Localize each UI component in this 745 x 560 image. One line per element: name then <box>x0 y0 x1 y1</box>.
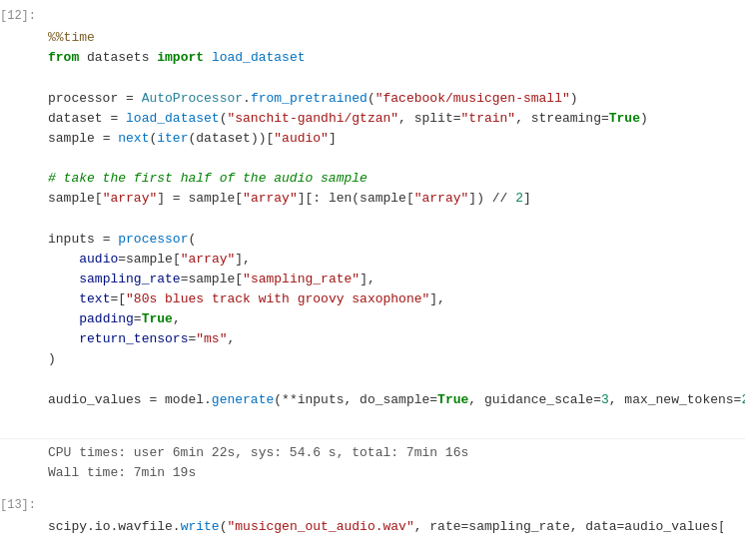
fn-load-dataset-call: load_dataset <box>126 111 220 126</box>
cell-12-output: CPU times: user 6min 22s, sys: 54.6 s, t… <box>0 439 745 489</box>
cell-code-13: scipy.io.wavfile.write("musicgen_out_aud… <box>44 495 723 559</box>
cell-number-12: [12]: <box>0 6 44 23</box>
str-split: "train" <box>461 111 516 126</box>
cell-code-12: %%time from datasets import load_dataset… <box>44 6 745 432</box>
cell-13: [13]: scipy.io.wavfile.write("musicgen_o… <box>0 489 745 560</box>
notebook: [12]: %%time from datasets import load_d… <box>0 0 745 560</box>
magic-command: %%time <box>48 30 95 45</box>
str-model-name: "facebook/musicgen-small" <box>375 91 570 106</box>
str-dataset-name: "sanchit-gandhi/gtzan" <box>227 111 398 126</box>
comment-half: # take the first half of the audio sampl… <box>48 171 368 186</box>
cell-12-output-text: CPU times: user 6min 22s, sys: 54.6 s, t… <box>44 441 472 487</box>
kw-import: import <box>157 50 204 65</box>
kw-from: from <box>48 50 79 65</box>
fn-load-dataset: load_dataset <box>212 50 306 65</box>
var-processor: processor <box>48 91 118 106</box>
cls-autoprocessor: AutoProcessor <box>142 91 243 106</box>
cell-12: [12]: %%time from datasets import load_d… <box>0 0 745 439</box>
var-datasets: datasets <box>87 50 157 65</box>
cell-number-13: [13]: <box>0 495 44 512</box>
fn-from-pretrained: from_pretrained <box>251 91 368 106</box>
